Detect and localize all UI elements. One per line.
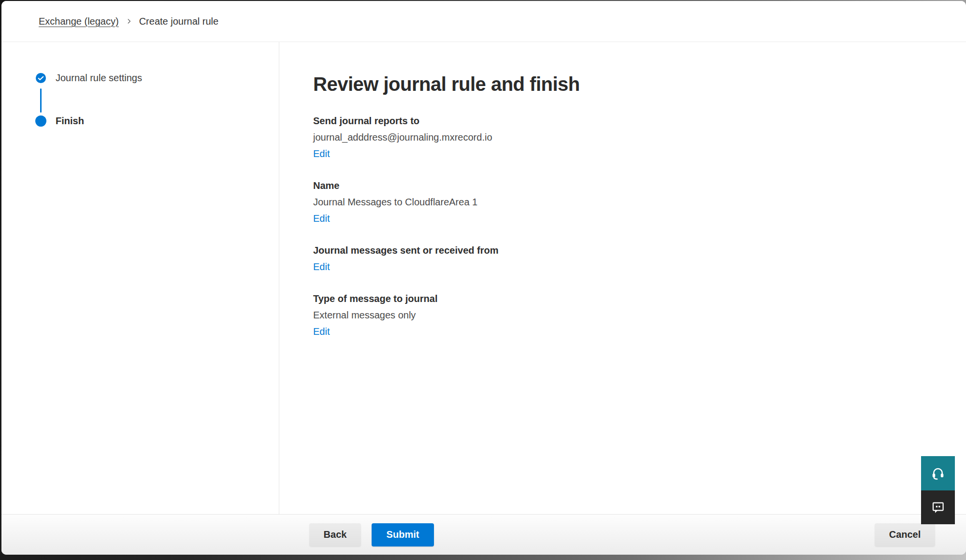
section-label: Send journal reports to: [313, 115, 966, 128]
feedback-button[interactable]: [921, 490, 955, 524]
section-label: Type of message to journal: [313, 292, 966, 305]
admin-center-window: Exchange (legacy) Create journal rule Jo…: [1, 1, 966, 555]
feedback-icon: [931, 500, 945, 515]
review-pane: Review journal rule and finish Send jour…: [279, 42, 966, 514]
headset-icon: [931, 466, 945, 481]
breadcrumb-create-journal-rule: Create journal rule: [139, 16, 219, 27]
edit-type-of-message-link[interactable]: Edit: [313, 325, 330, 338]
wizard-steps-sidebar: Journal rule settings Finish: [1, 42, 279, 514]
section-label: Name: [313, 179, 966, 192]
page-title: Review journal rule and finish: [313, 72, 966, 96]
content-row: Journal rule settings Finish Review jour…: [1, 42, 966, 514]
section-journal-messages-scope: Journal messages sent or received from E…: [313, 244, 966, 273]
sidebar-step-journal-rule-settings[interactable]: Journal rule settings: [56, 72, 142, 84]
edit-name-link[interactable]: Edit: [313, 212, 330, 225]
cancel-button[interactable]: Cancel: [875, 523, 935, 546]
journal-report-address-value: journal_adddress@journaling.mxrecord.io: [313, 131, 966, 144]
review-sections: Send journal reports to journal_adddress…: [313, 115, 966, 338]
rule-name-value: Journal Messages to CloudflareArea 1: [313, 196, 966, 209]
breadcrumb-chevron-icon: [126, 18, 132, 25]
section-send-journal-reports-to: Send journal reports to journal_adddress…: [313, 115, 966, 160]
app-stage: Exchange (legacy) Create journal rule Jo…: [0, 0, 966, 560]
step-current-dot-icon: [35, 115, 46, 127]
breadcrumb: Exchange (legacy) Create journal rule: [39, 16, 218, 27]
wizard-footer: Back Submit Cancel: [1, 514, 966, 555]
edit-send-journal-reports-link[interactable]: Edit: [313, 147, 330, 160]
submit-button[interactable]: Submit: [372, 523, 434, 546]
page-header: Exchange (legacy) Create journal rule: [1, 1, 966, 42]
sidebar-step-finish[interactable]: Finish: [56, 115, 84, 127]
breadcrumb-exchange-legacy[interactable]: Exchange (legacy): [39, 16, 119, 27]
section-name: Name Journal Messages to CloudflareArea …: [313, 179, 966, 225]
help-button[interactable]: [921, 456, 955, 490]
section-type-of-message: Type of message to journal External mess…: [313, 292, 966, 338]
edit-journal-messages-scope-link[interactable]: Edit: [313, 260, 330, 273]
step-completed-check-icon: [35, 72, 46, 84]
message-type-value: External messages only: [313, 309, 966, 322]
section-label: Journal messages sent or received from: [313, 244, 966, 257]
back-button[interactable]: Back: [309, 523, 361, 546]
step-connector-line: [40, 88, 42, 113]
floating-buttons: [921, 456, 955, 524]
